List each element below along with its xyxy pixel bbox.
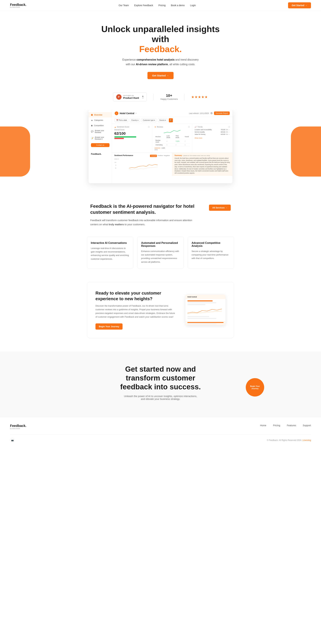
chart-tab-positive[interactable]: Positive [158, 155, 163, 157]
score-bar-positive [114, 136, 136, 138]
reviews-info-icon: ⓘ [188, 126, 190, 128]
mini-dashboard-preview: Hotel Central [185, 295, 226, 325]
preview-line-1 [188, 300, 213, 302]
calendar-icon: 📅 [116, 119, 118, 121]
footer-copyright: © Feedback. All Rights Reserved 2024. Li… [267, 439, 311, 442]
nav-link-login[interactable]: Login [190, 4, 196, 7]
preview-footer-line2 [188, 324, 216, 324]
star-icon: ★ [154, 126, 156, 128]
dashboard-preview: ▣ Overview ▲ Categories ◉ Competition 💬 … [89, 110, 232, 183]
sidebar-item-answer-reviews[interactable]: 💬 Answer your Reviews [89, 128, 112, 135]
chart-tabs: Overall Positive Negative [150, 155, 170, 157]
footer: Feedback. by Dana brand Home Pricing Fea… [0, 417, 321, 448]
score-bar-negative [114, 138, 124, 139]
service-card-competitive: Advanced Competitive Analysis Secure a s… [188, 237, 234, 269]
metrics-row: ☁ Sentiment Score ⓘ Overall Score 62/100 [112, 124, 232, 153]
ph-arrows: ▲ 24 [142, 95, 144, 99]
dashboard-topbar: V Hotel Central ▾ Last refresh: 12/11/20… [112, 110, 232, 117]
footer-nav: Home Pricing Features Support [260, 424, 311, 427]
orange-accent-right [291, 126, 321, 176]
hero-get-started-button[interactable]: Get Started → [147, 72, 174, 79]
search-icon: 🔍 [170, 119, 172, 121]
year-selector[interactable]: 2024 ▾ [114, 158, 170, 160]
description-section: Feedback is the AI-powered navigator for… [80, 203, 241, 227]
chart-axis: 1007550 [114, 160, 170, 170]
preview-footer [185, 321, 226, 325]
preview-line-5 [188, 318, 216, 319]
happy-customers: 10+ Happy Customers [160, 94, 178, 100]
footer-link-support[interactable]: Support [303, 424, 311, 427]
reviews-mini-chart [154, 129, 190, 134]
chart-tab-negative[interactable]: Negative [164, 155, 170, 157]
star-rating: ★★★★★ [191, 95, 208, 99]
sidebar-overview-label: Overview [94, 114, 102, 116]
reviews-table: Review Last week This week Trend Review … [154, 134, 190, 146]
trend-item-service: Service Quality 68/100 0% → [195, 131, 230, 133]
footer-social: 📷 [10, 438, 15, 442]
service-automated-desc: Enhance communication efficiency with ou… [141, 250, 180, 264]
summary-text: Overall, the hotel has a central locatio… [175, 157, 230, 174]
sidebar-item-overview[interactable]: ▣ Overview [89, 112, 112, 118]
nav-links: Our Team Explore Feedback Pricing Book a… [118, 4, 196, 7]
hero-description: Experience comprehensive hotel analysis … [120, 58, 201, 66]
hero-section: Unlock unparalleled insights with Feedba… [0, 11, 321, 88]
circle-begin-journey-button[interactable]: Begin Your Journey [246, 378, 264, 396]
footer-link-home[interactable]: Home [260, 424, 266, 427]
customer-type-filter[interactable]: Customer type ▾ [141, 118, 156, 122]
last-refresh: Last refresh: 12/11/2023 [189, 112, 209, 114]
summary-title: Summary (based on 723 reviews since June… [175, 154, 230, 156]
begin-journey-button[interactable]: Begin Your Journey [95, 324, 122, 330]
date-filter[interactable]: 📅 Pick a date [115, 118, 128, 122]
show-more-button[interactable]: Show more [195, 137, 230, 139]
preview-line-4 [188, 316, 209, 317]
generate-report-button[interactable]: Generate Report [214, 112, 230, 115]
chart-tab-overall[interactable]: Overall [150, 155, 157, 157]
footer-link-features[interactable]: Features [287, 424, 296, 427]
settings-icon[interactable]: ⚙ [210, 112, 213, 115]
nav-logo: Feedback. by Dana brand [10, 3, 26, 8]
review-stars: ★★★★☆ 3.8/5 [154, 147, 190, 149]
footer-link-pricing[interactable]: Pricing [273, 424, 280, 427]
sidebar-item-categories[interactable]: ▲ Categories [89, 118, 112, 123]
nav-get-started-button[interactable]: Get Started → [288, 2, 311, 8]
navbar: Feedback. by Dana brand Our Team Explore… [0, 0, 321, 11]
score-bars [114, 136, 150, 139]
dashboard-sidebar: ▣ Overview ▲ Categories ◉ Competition 💬 … [89, 110, 112, 183]
divider [153, 94, 154, 100]
cta-description: Discover the transformative power of Fee… [95, 304, 175, 319]
sentiment-performance: Sentiment Performance Overall Positive N… [112, 153, 172, 176]
service-ai-title: Interactive AI Conversations [91, 242, 129, 244]
cta-heading: Ready to elevate your customer experienc… [95, 290, 175, 302]
contact-us-button[interactable]: Contact us [91, 143, 109, 147]
nav-link-team[interactable]: Our Team [118, 4, 129, 7]
cta-right: Hotel Central [185, 295, 226, 325]
sidebar-item-competition[interactable]: ◉ Competition [89, 123, 112, 128]
source-filter[interactable]: Source ▾ [158, 118, 167, 122]
overview-icon: ▣ [91, 114, 93, 116]
sidebar-answer2-label: Answer your Reviews 2 [95, 136, 109, 140]
summary-card: Summary (based on 723 reviews since June… [172, 153, 232, 176]
cta-section: Ready to elevate your customer experienc… [80, 282, 241, 338]
all-services-button[interactable]: All Services → [209, 204, 231, 211]
nav-link-demo[interactable]: Book a demo [171, 4, 185, 7]
instagram-icon[interactable]: 📷 [10, 438, 15, 442]
nav-link-explore[interactable]: Explore Feedback [134, 4, 153, 7]
description-heading: Feedback is the AI-powered navigator for… [90, 203, 199, 216]
cta-left: Ready to elevate your customer experienc… [95, 290, 175, 330]
sidebar-competition-label: Competition [94, 124, 104, 126]
service-competitive-title: Advanced Competitive Analysis [192, 242, 230, 248]
dashboard-title: Hotel Central [120, 112, 134, 115]
trends-info-icon: ⓘ [228, 126, 230, 128]
sidebar-item-answer-reviews2[interactable]: 📝 Answer your Reviews 2 [89, 135, 112, 142]
sentiment-icon: ☁ [114, 126, 116, 128]
mock-dashboard: ▣ Overview ▲ Categories ◉ Competition 💬 … [89, 110, 232, 183]
sidebar-categories-label: Categories [94, 119, 103, 121]
service-automated-title: Automated and Personalized Responses [141, 242, 180, 248]
footer-licensing-link[interactable]: Licensing [302, 439, 311, 442]
nav-link-pricing[interactable]: Pricing [158, 4, 166, 7]
search-button[interactable]: 🔍 [169, 118, 173, 122]
service-ai-desc: Leverage real-time AI discussions to gai… [91, 246, 129, 261]
cta-card: Ready to elevate your customer experienc… [87, 282, 234, 338]
reviews2-icon: 📝 [91, 137, 93, 139]
country-filter[interactable]: Country ▾ [130, 118, 140, 122]
